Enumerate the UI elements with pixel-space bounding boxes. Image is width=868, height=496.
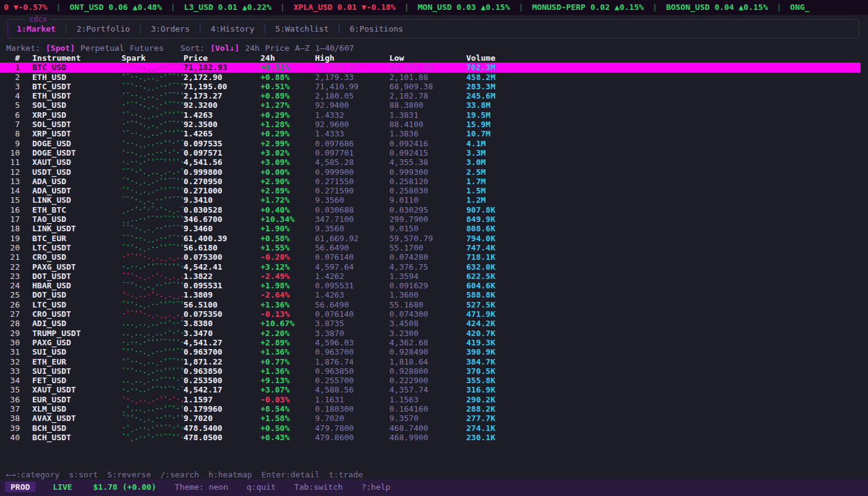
sparkline: '¨··.¸¸..·'''¨' (122, 129, 184, 138)
price-value: 71,195.00 (184, 82, 260, 91)
table-row[interactable]: 33SUI_USDT¨''··.¸.··'''¨'0.963850+1.36%0… (0, 366, 861, 376)
table-row[interactable]: 14ADA_USDT¨'·.¸.¸.·''¨¨''0.271000+2.89%0… (0, 186, 861, 195)
table-row[interactable]: 8XRP_USDT'¨··.¸¸..·'''¨'1.4265+0.29%1.43… (0, 129, 861, 138)
table-row[interactable]: 31SUI_USD¨''··.¸.··'''¨'0.963700+1.36%0.… (0, 347, 861, 356)
change-24h: +3.12% (260, 262, 315, 272)
row-number: 21 (0, 252, 20, 262)
change-24h: +0.00% (260, 167, 315, 177)
table-row[interactable]: 23DOT_USDT¨''·.¸.·'·.¸.¸.1.3822-2.49%1.4… (0, 272, 861, 281)
table-row[interactable]: 4ETH_USDT'¨··.¸..¸·'¨¨''2,173.27+0.89%2,… (0, 91, 861, 100)
table-row[interactable]: 13ADA_USD¨'·.¸.¸.·''¨¨''0.270950+2.90%0.… (0, 177, 861, 186)
table-row[interactable]: 6XRP_USD'¨··.¸¸..·'''¨'1.4263+0.29%1.433… (0, 110, 861, 120)
table-row[interactable]: 18LINK_USDT¨¨'·.¸.¸··''¨¨'9.3460+1.90%9.… (0, 224, 861, 233)
table-row[interactable]: 16ETH_BTC¸.·'·'·¨·'·.¸.¨0.030528+0.40%0.… (0, 205, 861, 215)
filter-token-24h[interactable]: 24h (245, 43, 259, 53)
tab-separator: │ (64, 24, 69, 33)
row-number: 30 (0, 338, 20, 347)
tab-portfolio[interactable]: 2:Portfolio (76, 24, 130, 33)
table-row[interactable]: 39BCH_USD·'¸.··.·''¨'·'·478.5400+0.50%47… (0, 423, 861, 433)
instrument-name: PAXG_USD (32, 338, 122, 347)
ticker-separator: | (170, 2, 175, 12)
instrument-name: AVAX_USDT (32, 414, 122, 423)
table-row[interactable]: 10DOGE_USDT'··.¸¸..··'·'·¨0.097571+3.02%… (0, 148, 861, 157)
table-row[interactable]: 29TRUMP_USDT..¸..¸.¸..·'·'·3.3470+2.20%3… (0, 329, 861, 338)
instrument-name: ETH_USDT (32, 91, 122, 100)
table-row[interactable]: 32ETH_EUR'¨··.¸..¸·'¨¨''1,871.22+0.77%1,… (0, 357, 861, 366)
filter-token-spot[interactable]: [Spot] (46, 43, 75, 53)
instrument-name: CRO_USD (32, 252, 122, 262)
environment-badge: PROD (5, 482, 35, 492)
volume-value: 274.1K (466, 423, 528, 433)
table-row[interactable]: 38AVAX_USDT¨''·.¸.¸··''·''9.7020+1.58%9.… (0, 414, 861, 423)
low-value: 9.0150 (389, 224, 466, 233)
price-value: 4,541.27 (184, 338, 260, 347)
change-24h: +1.72% (260, 195, 315, 205)
filter-token-vol[interactable]: [Vol↓] (210, 43, 239, 53)
table-row[interactable]: 36EUR_USDT'·.¸..¸.·''·'·.1.1597-0.03%1.1… (0, 395, 861, 404)
sparkline: ¸.·'·'·¨·'·.¸.¨ (122, 205, 184, 215)
price-value: 4,542.41 (184, 262, 260, 272)
filter-token-a-z[interactable]: A–Z (295, 43, 309, 53)
ticker-separator: | (280, 2, 285, 12)
filter-token-1-40-607[interactable]: 1–40/607 (315, 43, 354, 53)
change-24h: +0.29% (260, 129, 315, 138)
price-value: 9.3410 (184, 195, 260, 205)
high-value: 9.3560 (315, 195, 389, 205)
filter-token-price[interactable]: Price (265, 43, 290, 53)
row-number: 37 (0, 404, 20, 414)
low-value: 1.1563 (389, 395, 466, 404)
table-row[interactable]: 15LINK_USD¨¨'·.¸.¸··''¨¨'9.3410+1.72%9.3… (0, 195, 861, 205)
table-row[interactable]: 17TAO_USD¸¸..··'¨''¨¨'''346.6700+10.34%3… (0, 215, 861, 224)
table-row[interactable]: 21CRO_USD·'¨''·.¸.¸¸.¸..0.075300-0.20%0.… (0, 252, 861, 262)
row-number: 26 (0, 300, 20, 309)
table-row[interactable]: 3BTC_USDT¨¨'··.¸¸.··'¨¨'71,195.00+0.51%7… (0, 82, 861, 91)
table-row[interactable]: 27CRO_USDT·'¨''·.¸.¸¸.¸.¸0.075350-0.13%0… (0, 309, 861, 319)
volume-value: 245.6M (466, 91, 528, 100)
instrument-name: HBAR_USD (32, 281, 122, 290)
tab-separator: │ (262, 24, 267, 33)
table-row[interactable]: 34FET_USD..¸..¸.··'¨''·'0.253500+9.13%0.… (0, 376, 861, 385)
volume-value: 19.5M (466, 110, 528, 120)
change-24h: +1.36% (260, 366, 315, 376)
table-row[interactable]: 28ADI_USD...¸..¸..··'··'3.8380+10.67%3.8… (0, 319, 861, 328)
table-row[interactable]: 40BCH_USDT¨'¸.··'·''¨¨''·478.0500+0.43%4… (0, 433, 861, 442)
volume-value: 283.3M (466, 82, 528, 91)
table-row[interactable]: 30PAXG_USD·.··.·'''¨¨'''·4,541.27+2.89%4… (0, 338, 861, 347)
table-row[interactable]: 12USDT_USD¨¨'·'.¸..¸.·.·¨0.999800+0.00%0… (0, 167, 861, 177)
table-row[interactable]: 2ETH_USD'¨··.¸..¸·'¨¨''2,172.90+0.88%2,1… (0, 73, 861, 82)
tab-history[interactable]: 4:History (211, 24, 254, 33)
low-value: 68,878.00 (389, 63, 466, 72)
tab-positions[interactable]: 6:Positions (350, 24, 403, 33)
low-value: 0.092416 (389, 139, 466, 148)
sparkline: ¨'·.¸.¸.·''¨¨'' (122, 186, 184, 195)
row-number: 17 (0, 215, 20, 224)
ticker-separator: | (652, 2, 657, 12)
table-row[interactable]: 24HBAR_USD¨¨'·.¸.¸··''¨''0.095531+1.98%0… (0, 281, 861, 290)
table-row[interactable]: 22PAXG_USDT·.··.·''¨¨''''·4,542.41+3.12%… (0, 262, 861, 272)
change-24h: +0.43% (260, 433, 315, 442)
high-value: 9.3560 (315, 224, 389, 233)
table-row[interactable]: 26LTC_USD¨''·.¸.··''¨'¨'56.5100+1.36%56.… (0, 300, 861, 309)
table-row[interactable]: 1BTC_USD¨¨'··.¸¸.··'¨¨'71,182.93+0.51%71… (0, 63, 861, 72)
change-24h: +10.34% (260, 215, 315, 224)
instrument-name: ADA_USD (32, 177, 122, 186)
table-row[interactable]: 37XLM_USD¸'...¸..··'¨'·'0.179960+8.54%0.… (0, 404, 861, 414)
tab-market[interactable]: 1:Market (17, 24, 56, 33)
table-row[interactable]: 7SOL_USDT·'¨'·.¸.¸·'¨¨''92.3500+1.28%92.… (0, 120, 861, 129)
table-row[interactable]: 9DOGE_USD'··.¸¸..··''·'¨0.097535+2.99%0.… (0, 139, 861, 148)
table-row[interactable]: 5SOL_USD·'¨'·.¸.¸·'¨¨''92.3200+1.27%92.9… (0, 100, 861, 110)
filter-token-futures[interactable]: Futures (130, 43, 164, 53)
table-row[interactable]: 11XAUT_USD·.··.·''¨¨''''·4,541.56+3.09%4… (0, 157, 861, 167)
table-row[interactable]: 20LTC_USDT¨''·.¸.··''¨¨''56.6180+1.55%56… (0, 243, 861, 252)
sparkline: '··.¸¸..··'·'·¨ (122, 148, 184, 157)
high-value: 71,399.87 (315, 63, 389, 72)
instrument-name: ADI_USD (32, 319, 122, 328)
tab-watchlist[interactable]: 5:Watchlist (275, 24, 329, 33)
change-24h: +1.98% (260, 281, 315, 290)
table-row[interactable]: 25DOT_USD'·.¸..·'·.¸.¸¸.1.3809-2.64%1.42… (0, 290, 861, 299)
table-row[interactable]: 19BTC_EUR¨¨'··.¸¸.··'¨''61,400.39+0.58%6… (0, 234, 861, 243)
filter-token-perpetual[interactable]: Perpetual (81, 43, 124, 53)
tab-orders[interactable]: 3:Orders (151, 24, 190, 33)
app-title: cdcx (25, 14, 51, 24)
table-row[interactable]: 35XAUT_USDT·.··..·'¨''¨'·¨4,542.17+3.07%… (0, 385, 861, 394)
